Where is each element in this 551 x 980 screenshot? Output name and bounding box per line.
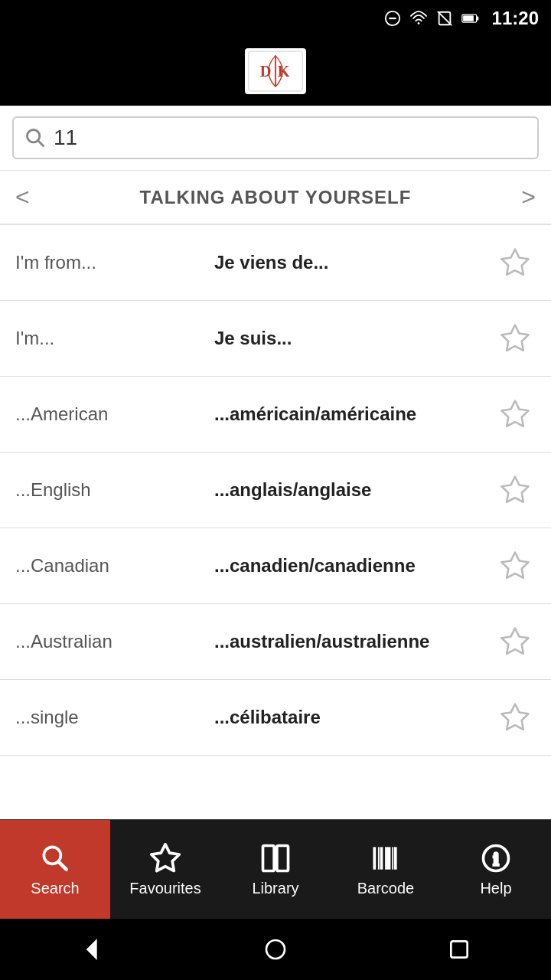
phrase-row[interactable]: ...American ...américain/américaine [0,377,551,452]
nav-search[interactable]: Search [0,820,110,919]
svg-marker-23 [152,844,180,871]
phrase-english: I'm... [15,328,214,349]
search-bar-container [0,106,551,171]
star-icon [499,626,531,658]
battery-icon [461,9,480,28]
home-button[interactable] [260,934,291,965]
wifi-icon [409,9,428,28]
star-nav-icon [148,841,182,875]
star-icon [499,322,531,354]
star-icon [499,550,531,582]
svg-marker-14 [502,250,529,275]
next-section-button[interactable]: > [521,183,536,211]
star-icon [499,247,531,279]
svg-text:K: K [278,63,290,80]
star-icon [499,398,531,430]
phrase-row[interactable]: ...Australian ...australien/australienne [0,604,551,680]
back-button[interactable] [77,934,107,965]
nav-barcode-label: Barcode [357,880,415,897]
svg-point-36 [266,940,285,959]
phrase-row[interactable]: I'm... Je suis... [0,301,551,377]
app-header: D K [0,37,551,106]
favourite-button[interactable] [494,469,536,511]
status-bar: 11:20 [0,0,551,37]
phrase-french: ...canadien/canadienne [214,554,494,577]
phrase-list: I'm from... Je viens de... I'm... Je sui… [0,225,551,819]
nav-help-label: Help [480,880,511,897]
phrase-french: ...célibataire [214,705,494,729]
phrase-french: ...anglais/anglaise [214,478,494,501]
star-icon [499,474,531,506]
star-icon [499,701,531,733]
phrase-row[interactable]: ...Canadian ...canadien/canadienne [0,528,551,604]
phrase-row[interactable]: ...English ...anglais/anglaise [0,452,551,528]
phrase-english: I'm from... [15,252,214,273]
phrase-row[interactable]: ...single ...célibataire [0,680,551,756]
library-nav-icon [259,841,292,875]
favourite-button[interactable] [494,318,536,359]
svg-rect-6 [463,15,474,21]
nav-help[interactable]: i Help [441,820,551,919]
phrase-english: ...Australian [15,631,214,652]
prev-section-button[interactable]: < [15,183,30,211]
dk-logo: D K [245,48,306,94]
search-bar[interactable] [12,116,539,159]
nav-barcode[interactable]: Barcode [331,820,441,919]
svg-rect-24 [263,846,275,871]
section-title: TALKING ABOUT YOURSELF [140,187,412,208]
svg-rect-7 [476,16,478,20]
svg-rect-37 [451,941,467,957]
phrase-english: ...Canadian [15,555,214,577]
no-sim-icon [435,9,454,28]
search-nav-icon [38,841,72,875]
svg-rect-25 [277,846,289,871]
svg-text:i: i [494,849,499,869]
search-input[interactable] [54,126,527,150]
recents-button[interactable] [444,934,474,965]
status-time: 11:20 [492,8,539,29]
barcode-nav-icon [369,841,403,875]
favourite-button[interactable] [494,242,536,283]
nav-library-label: Library [252,880,298,897]
phrase-french: Je viens de... [214,250,494,274]
svg-text:D: D [260,63,272,80]
system-nav-bar [0,919,551,980]
favourite-button[interactable] [494,697,536,738]
dnd-icon [383,9,402,28]
nav-library[interactable]: Library [220,820,331,919]
bottom-navigation: Search Favourites Library Barcode [0,819,551,919]
svg-marker-19 [502,629,529,654]
svg-line-22 [59,862,67,870]
svg-marker-20 [502,704,529,730]
nav-favourites-label: Favourites [129,880,201,897]
phrase-french: ...américain/américaine [214,402,494,426]
nav-favourites[interactable]: Favourites [110,820,220,919]
svg-marker-35 [88,941,96,957]
search-icon [24,127,46,149]
svg-line-13 [38,141,43,145]
favourite-button[interactable] [494,545,536,586]
svg-marker-16 [502,401,529,426]
help-nav-icon: i [479,841,513,875]
phrase-row[interactable]: I'm from... Je viens de... [0,225,551,301]
phrase-french: ...australien/australienne [214,629,494,653]
phrase-english: ...American [15,403,214,425]
favourite-button[interactable] [494,621,536,662]
svg-marker-17 [502,477,529,502]
svg-marker-15 [502,325,529,351]
svg-marker-18 [502,553,529,578]
section-navigator: < TALKING ABOUT YOURSELF > [0,171,551,225]
svg-point-2 [417,22,419,24]
phrase-english: ...English [15,479,214,501]
phrase-french: Je suis... [214,326,494,350]
favourite-button[interactable] [494,394,536,435]
phrase-english: ...single [15,707,214,728]
nav-search-label: Search [31,880,79,897]
